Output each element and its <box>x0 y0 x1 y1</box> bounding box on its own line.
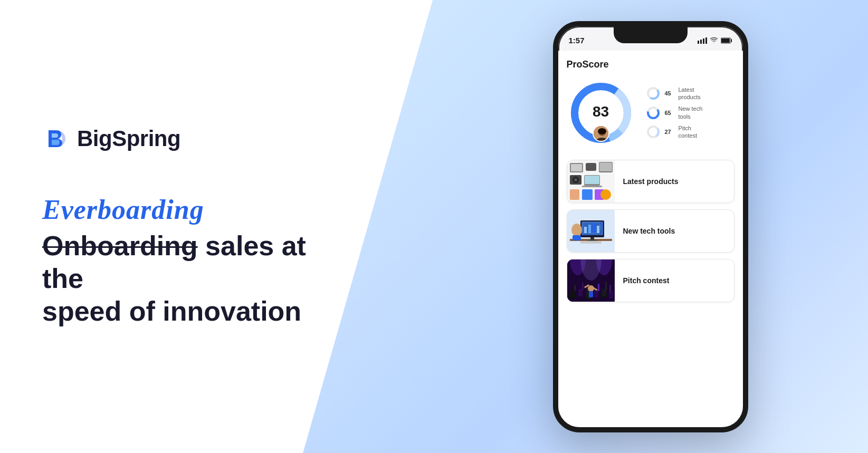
svg-rect-48 <box>580 241 602 244</box>
svg-rect-30 <box>585 176 599 184</box>
battery-icon <box>721 37 732 44</box>
svg-rect-55 <box>570 290 575 297</box>
svg-point-28 <box>574 178 577 181</box>
donut-chart: 83 <box>567 79 635 147</box>
logo-area: BigSpring <box>42 125 390 152</box>
svg-rect-67 <box>602 289 606 296</box>
card-label-pitch-contest: Pitch contest <box>615 276 734 285</box>
card-label-latest-products: Latest products <box>615 177 734 186</box>
brand-name: BigSpring <box>77 126 180 151</box>
svg-rect-1 <box>698 41 699 44</box>
svg-rect-41 <box>588 225 591 233</box>
svg-rect-42 <box>593 223 595 233</box>
svg-rect-65 <box>598 284 599 291</box>
onboarding-strikethrough: Onboarding <box>42 230 198 261</box>
course-card-pitch-contest[interactable]: Pitch contest <box>567 259 735 302</box>
svg-rect-3 <box>703 38 704 44</box>
right-panel: 1:57 <box>433 0 868 453</box>
card-image-pitch-contest <box>567 259 615 302</box>
proscore-number: 83 <box>593 103 609 120</box>
card-image-latest-products <box>567 160 615 203</box>
everboarding-label: Everboarding <box>42 195 348 225</box>
svg-point-35 <box>600 189 611 200</box>
legend-item-0: 45 Latestproducts <box>646 86 703 101</box>
svg-rect-40 <box>584 227 587 233</box>
svg-rect-70 <box>609 291 613 298</box>
legend-mini-donut-2 <box>646 124 661 139</box>
svg-rect-31 <box>582 186 602 187</box>
card-label-new-tech-tools: New tech tools <box>615 227 734 235</box>
phone-notch <box>614 26 688 43</box>
legend-number-0: 45 <box>665 90 674 97</box>
left-panel: BigSpring Everboarding Onboarding sales … <box>0 0 433 453</box>
svg-rect-73 <box>589 291 593 297</box>
svg-rect-22 <box>571 164 582 171</box>
status-icons <box>698 37 732 44</box>
speed-line: speed of innovation <box>42 295 348 327</box>
user-avatar <box>593 125 609 142</box>
onboarding-line: Onboarding sales at the <box>42 229 348 295</box>
headline-area: Everboarding Onboarding sales at the spe… <box>42 195 348 327</box>
svg-rect-33 <box>582 189 593 200</box>
card-image-new-tech-tools <box>567 210 615 252</box>
svg-rect-58 <box>578 289 583 296</box>
svg-rect-6 <box>721 38 730 43</box>
legend-mini-donut-0 <box>646 86 661 101</box>
legend-label-2: Pitchcontest <box>679 124 697 140</box>
svg-rect-68 <box>605 282 607 290</box>
legend-mini-donut-1 <box>646 105 661 120</box>
legend-item-1: 65 New techtools <box>646 105 703 120</box>
proscore-title: ProScore <box>567 59 735 70</box>
legend-number-1: 65 <box>665 110 674 116</box>
course-card-latest-products[interactable]: Latest products <box>567 160 735 203</box>
svg-rect-71 <box>609 285 611 292</box>
svg-rect-56 <box>574 285 576 291</box>
status-time: 1:57 <box>569 36 585 45</box>
svg-rect-23 <box>586 163 596 171</box>
svg-point-13 <box>598 128 606 134</box>
score-legend: 45 Latestproducts 65 New techtools <box>646 86 703 140</box>
bigspring-logo-icon <box>42 125 70 152</box>
signal-icon <box>698 37 707 44</box>
legend-item-2: 27 Pitchcontest <box>646 124 703 140</box>
legend-label-0: Latestproducts <box>679 86 701 101</box>
phone-screen: ProScore <box>558 51 743 427</box>
svg-rect-64 <box>594 290 598 297</box>
svg-rect-2 <box>700 40 702 44</box>
wifi-icon <box>710 37 718 44</box>
svg-point-46 <box>571 224 582 236</box>
svg-rect-43 <box>597 226 599 233</box>
course-card-new-tech-tools[interactable]: New tech tools <box>567 209 735 253</box>
svg-rect-4 <box>705 37 707 44</box>
svg-rect-47 <box>573 235 581 240</box>
proscore-section: 83 <box>567 79 735 147</box>
phone-frame: 1:57 <box>553 21 748 432</box>
svg-rect-32 <box>570 189 579 200</box>
svg-rect-25 <box>599 162 612 171</box>
legend-label-1: New techtools <box>679 105 703 120</box>
svg-rect-59 <box>582 283 584 290</box>
legend-number-2: 27 <box>665 129 674 135</box>
